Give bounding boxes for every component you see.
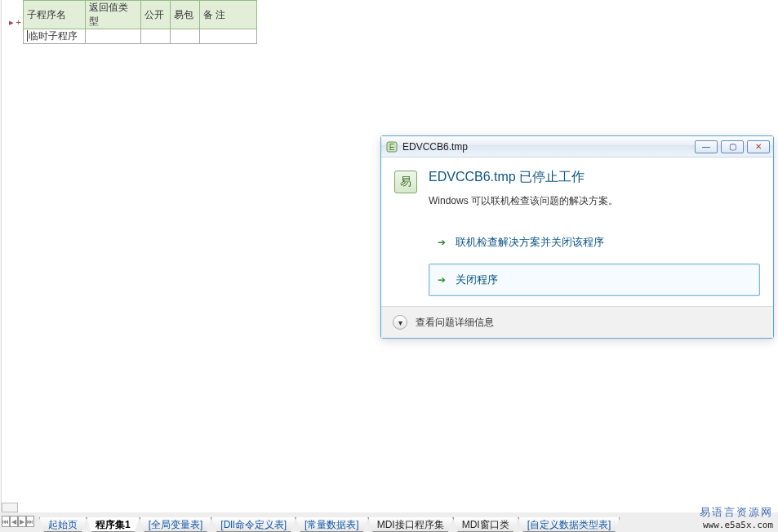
tab-nav-prev[interactable]: ◀ [10,516,18,527]
dialog-footer: ▾ 查看问题详细信息 [381,306,773,338]
close-button[interactable]: ✕ [747,140,770,153]
cell-return-type[interactable] [86,29,141,44]
brand-url: www.e5a5x.com [700,520,773,530]
dialog-titlebar[interactable]: E EDVCCB6.tmp — ▢ ✕ [381,136,773,157]
brand-name: 易语言资源网 [700,505,773,520]
dialog-message-subtitle: Windows 可以联机检查该问题的解决方案。 [429,194,760,208]
chevron-down-icon[interactable]: ▾ [393,315,407,330]
option-close-program[interactable]: ➔ 关闭程序 [429,264,760,296]
dialog-window-title: EDVCCB6.tmp [402,141,695,153]
cell-name[interactable]: 临时子程序 [27,30,78,42]
tab-global-vars[interactable]: [全局变量表] [140,517,212,532]
details-toggle-label[interactable]: 查看问题详细信息 [416,316,494,330]
tab-custom-types[interactable]: [自定义数据类型表] [518,517,620,532]
dialog-body: 易 EDVCCB6.tmp 已停止工作 Windows 可以联机检查该问题的解决… [381,157,773,306]
tab-nav-next[interactable]: ▶ [18,516,26,527]
cell-pkg[interactable] [171,29,200,44]
footer-brand: 易语言资源网 www.e5a5x.com [700,505,773,530]
bottom-tab-bar: ⏮ ◀ ▶ ⏭ 起始页 程序集1 [全局变量表] [Dll命令定义表] [常量数… [0,512,778,532]
th-pkg[interactable]: 易包 [171,1,200,29]
tab-nav-first[interactable]: ⏮ [2,516,10,527]
tab-nav-last[interactable]: ⏭ [26,516,34,527]
tab-list: 起始页 程序集1 [全局变量表] [Dll命令定义表] [常量数据表] MDI接… [39,514,620,532]
tab-mdi-window-class[interactable]: MDI窗口类 [453,517,518,532]
th-public[interactable]: 公开 [141,1,171,29]
dialog-message-title: EDVCCB6.tmp 已停止工作 [429,169,760,186]
svg-text:E: E [389,143,395,152]
app-icon: E [386,141,398,153]
cell-public[interactable] [141,29,171,44]
cell-remark[interactable] [200,29,257,44]
tab-nav-arrows: ⏮ ◀ ▶ ⏭ [2,514,34,529]
arrow-right-icon: ➔ [438,237,446,248]
maximize-button[interactable]: ▢ [721,140,744,153]
row-gutter-marker[interactable]: ▸ + [0,15,23,29]
program-icon: 易 [394,171,417,193]
th-name[interactable]: 子程序名 [24,1,86,29]
tab-mdi-interface[interactable]: MDI接口程序集 [368,517,453,532]
table-row[interactable]: 临时子程序 [24,29,257,44]
tab-start-page[interactable]: 起始页 [39,517,87,532]
th-remark[interactable]: 备 注 [200,1,257,29]
hscroll-stub[interactable] [2,503,18,512]
arrow-right-icon: ➔ [438,274,446,286]
option-check-online[interactable]: ➔ 联机检查解决方案并关闭该程序 [429,226,760,259]
crash-dialog: E EDVCCB6.tmp — ▢ ✕ 易 EDVCCB6.tmp 已停止工作 … [380,135,774,339]
header-table: 子程序名 返回值类型 公开 易包 备 注 临时子程序 [23,0,257,44]
tab-dll-defs[interactable]: [Dll命令定义表] [211,517,296,532]
option-label: 联机检查解决方案并关闭该程序 [456,235,604,250]
tab-const-table[interactable]: [常量数据表] [296,517,368,532]
minimize-button[interactable]: — [695,140,718,153]
option-label: 关闭程序 [456,273,498,287]
th-return-type[interactable]: 返回值类型 [86,1,141,29]
subroutine-table: ▸ + 子程序名 返回值类型 公开 易包 备 注 临时子程序 [0,0,778,44]
tab-program-set-1[interactable]: 程序集1 [87,517,140,532]
